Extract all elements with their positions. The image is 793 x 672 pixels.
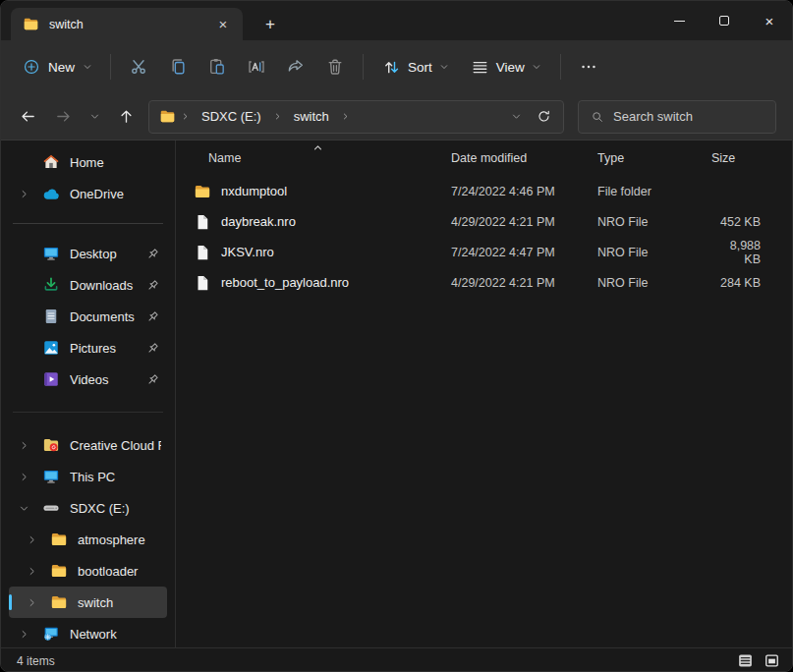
- paste-button[interactable]: [198, 49, 237, 84]
- forward-button[interactable]: [46, 101, 80, 133]
- chevron-right-icon[interactable]: [19, 472, 42, 482]
- explorer-tab[interactable]: switch ×: [11, 8, 243, 40]
- file-row[interactable]: reboot_to_payload.nro 4/29/2022 4:21 PM …: [176, 267, 792, 298]
- breadcrumb-segment-folder[interactable]: switch: [287, 105, 336, 128]
- clipboard-icon: [207, 57, 227, 77]
- share-button[interactable]: [276, 49, 315, 84]
- chevron-right-icon[interactable]: [19, 189, 42, 199]
- sidebar-item-label: Network: [70, 627, 161, 642]
- rename-button[interactable]: [237, 49, 276, 84]
- minimize-icon: [674, 21, 685, 22]
- file-explorer-window: switch × + × New Sort View: [0, 0, 793, 672]
- view-button[interactable]: View: [460, 49, 552, 84]
- breadcrumb-segment-drive[interactable]: SDXC (E:): [195, 105, 268, 128]
- item-count: 4 items: [17, 654, 734, 668]
- sort-button[interactable]: Sort: [371, 49, 460, 84]
- maximize-button[interactable]: [702, 1, 747, 40]
- sidebar-item-bootloader[interactable]: bootloader: [9, 555, 167, 587]
- sidebar-item-label: Pictures: [70, 341, 143, 356]
- file-date-modified: 4/29/2022 4:21 PM: [451, 215, 597, 229]
- file-size: 284 KB: [711, 276, 761, 290]
- view-button-label: View: [496, 60, 525, 75]
- sidebar-item-label: bootloader: [78, 564, 161, 579]
- file-name: JKSV.nro: [221, 245, 274, 259]
- chevron-down-icon: [439, 62, 449, 72]
- pin-icon: [143, 278, 161, 293]
- chevron-down-icon[interactable]: [19, 503, 42, 514]
- file-type: NRO File: [597, 276, 711, 290]
- file-row[interactable]: nxdumptool 7/24/2022 4:46 PM File folder: [176, 176, 792, 206]
- file-type: NRO File: [597, 246, 711, 259]
- file-name: nxdumptool: [221, 184, 287, 198]
- back-button[interactable]: [11, 101, 44, 133]
- chevron-right-icon[interactable]: [19, 629, 42, 640]
- search-input[interactable]: [613, 109, 786, 124]
- file-row[interactable]: daybreak.nro 4/29/2022 4:21 PM NRO File …: [176, 206, 792, 237]
- tab-close-button[interactable]: ×: [211, 13, 235, 36]
- sidebar-item-pictures[interactable]: Pictures: [9, 332, 167, 364]
- file-date-modified: 7/24/2022 4:46 PM: [451, 185, 597, 198]
- file-type: NRO File: [597, 215, 711, 229]
- sidebar-item-documents[interactable]: Documents: [9, 301, 167, 332]
- delete-button[interactable]: [315, 49, 355, 84]
- file-row[interactable]: JKSV.nro 7/24/2022 4:47 PM NRO File 8,98…: [176, 237, 792, 267]
- status-bar: 4 items: [1, 647, 792, 672]
- chevron-right-icon[interactable]: [27, 534, 50, 545]
- column-header-size[interactable]: Size: [711, 151, 761, 165]
- trash-icon: [325, 57, 345, 77]
- file-icon: [194, 274, 211, 292]
- share-icon: [286, 57, 306, 77]
- copy-icon: [168, 57, 188, 77]
- up-button[interactable]: [109, 101, 142, 133]
- cut-button[interactable]: [119, 49, 158, 84]
- creative-cloud-folder-icon: [42, 436, 61, 454]
- sidebar-item-switch[interactable]: switch: [9, 587, 167, 618]
- rename-icon: [247, 57, 266, 77]
- tab-title: switch: [49, 18, 201, 31]
- chevron-right-icon[interactable]: [27, 566, 50, 577]
- sidebar-item-downloads[interactable]: Downloads: [9, 269, 167, 301]
- sidebar-item-atmosphere[interactable]: atmosphere: [9, 524, 167, 555]
- command-bar: New Sort View: [1, 40, 792, 93]
- column-header-date-modified[interactable]: Date modified: [451, 151, 597, 165]
- desktop-monitor-icon: [42, 245, 61, 262]
- breadcrumb-separator-icon: [178, 112, 193, 121]
- copy-button[interactable]: [158, 49, 198, 84]
- view-list-icon: [471, 58, 489, 77]
- sort-ascending-icon: [312, 141, 324, 154]
- file-icon: [194, 213, 211, 231]
- close-button[interactable]: ×: [747, 1, 792, 40]
- refresh-button[interactable]: [530, 103, 557, 131]
- sidebar-item-this-pc[interactable]: This PC: [9, 461, 167, 492]
- maximize-icon: [719, 16, 729, 26]
- sidebar-item-sdxc-drive[interactable]: SDXC (E:): [9, 492, 167, 524]
- file-size: 8,988 KB: [711, 239, 761, 266]
- sidebar-item-home[interactable]: Home: [9, 146, 167, 178]
- address-bar[interactable]: SDXC (E:) switch: [148, 100, 564, 134]
- address-dropdown-button[interactable]: [502, 103, 530, 131]
- folder-icon: [23, 16, 39, 32]
- sidebar-item-desktop[interactable]: Desktop: [9, 238, 167, 269]
- more-options-button[interactable]: [569, 49, 608, 84]
- sidebar-item-network[interactable]: Network: [9, 618, 167, 647]
- chevron-right-icon[interactable]: [27, 597, 50, 608]
- pc-monitor-icon: [42, 468, 61, 485]
- file-date-modified: 4/29/2022 4:21 PM: [451, 276, 597, 290]
- chevron-right-icon[interactable]: [19, 440, 42, 451]
- search-icon: [591, 110, 604, 124]
- sidebar-item-onedrive[interactable]: OneDrive: [9, 178, 167, 209]
- ellipsis-icon: [579, 57, 598, 77]
- column-header-type[interactable]: Type: [597, 151, 711, 165]
- new-tab-button[interactable]: +: [256, 12, 284, 37]
- sidebar-item-videos[interactable]: Videos: [9, 364, 167, 395]
- sidebar-item-creative-cloud-files[interactable]: Creative Cloud Files: [9, 429, 167, 461]
- details-view-button[interactable]: [734, 651, 756, 671]
- sidebar-item-label: OneDrive: [70, 187, 161, 201]
- new-button[interactable]: New: [13, 49, 102, 84]
- recent-locations-button[interactable]: [82, 101, 107, 133]
- folder-icon: [50, 531, 69, 548]
- minimize-button[interactable]: [656, 1, 702, 40]
- file-name: reboot_to_payload.nro: [221, 275, 349, 290]
- large-thumbnails-view-button[interactable]: [761, 651, 782, 671]
- window-controls: ×: [656, 1, 792, 40]
